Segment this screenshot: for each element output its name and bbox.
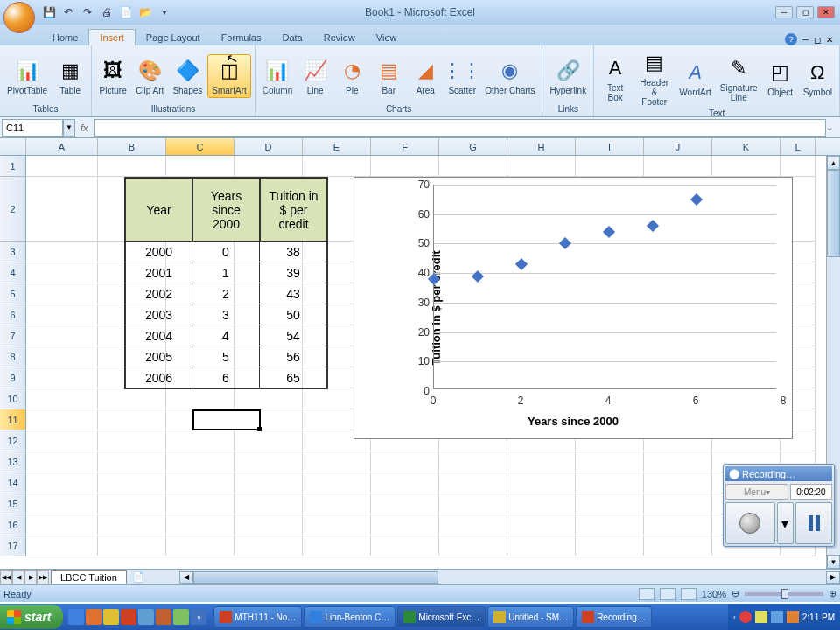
fill-handle[interactable] xyxy=(257,427,262,431)
ql-media-icon[interactable] xyxy=(121,609,136,625)
name-box[interactable]: C11 xyxy=(2,119,63,136)
page-layout-view-button[interactable] xyxy=(660,588,676,600)
doc-restore-icon[interactable]: ◻ xyxy=(814,35,821,45)
cell-K1[interactable] xyxy=(712,156,780,177)
cell-J16[interactable] xyxy=(644,514,712,536)
ql-ie-icon[interactable] xyxy=(68,609,84,625)
tab-home[interactable]: Home xyxy=(42,30,88,46)
zoom-slider[interactable] xyxy=(745,592,823,596)
row-header-5[interactable]: 5 xyxy=(0,284,26,304)
column-header-f[interactable]: F xyxy=(371,138,439,155)
table-header-years-since[interactable]: Years since 2000 xyxy=(192,178,260,242)
cell-F13[interactable] xyxy=(371,452,439,472)
pie-chart-button[interactable]: ◔Pie xyxy=(334,55,369,97)
bar-chart-button[interactable]: ▤Bar xyxy=(371,55,406,97)
cell-A4[interactable] xyxy=(26,262,98,284)
table-cell[interactable]: 4 xyxy=(192,326,260,346)
taskbar-item[interactable]: Untitled - SM… xyxy=(487,606,574,627)
row-header-11[interactable]: 11 xyxy=(0,410,26,430)
cell-D10[interactable] xyxy=(234,388,303,410)
chart-data-point[interactable] xyxy=(603,226,615,238)
cell-A13[interactable] xyxy=(26,452,98,472)
scatter-chart-button[interactable]: ⋮⋮Scatter xyxy=(444,55,480,97)
cell-A9[interactable] xyxy=(26,368,98,388)
cell-L1[interactable] xyxy=(780,156,816,177)
cell-G13[interactable] xyxy=(439,452,508,472)
cell-E13[interactable] xyxy=(303,452,371,472)
chart-data-point[interactable] xyxy=(472,270,484,282)
table-cell[interactable]: 65 xyxy=(260,368,327,388)
cell-B1[interactable] xyxy=(98,156,166,177)
zoom-slider-thumb[interactable] xyxy=(781,589,788,599)
cell-C12[interactable] xyxy=(166,430,234,452)
row-header-4[interactable]: 4 xyxy=(0,262,26,284)
column-header-j[interactable]: J xyxy=(644,138,712,155)
normal-view-button[interactable] xyxy=(639,588,654,600)
object-button[interactable]: ◰Object xyxy=(763,57,798,99)
cell-B16[interactable] xyxy=(98,514,166,536)
table-cell[interactable]: 2003 xyxy=(125,304,192,326)
cell-F17[interactable] xyxy=(371,536,439,556)
area-chart-button[interactable]: ◢Area xyxy=(408,55,443,97)
cell-H13[interactable] xyxy=(508,452,576,472)
cell-J17[interactable] xyxy=(644,536,712,556)
cell-G15[interactable] xyxy=(439,494,508,514)
vertical-scroll-thumb[interactable] xyxy=(827,170,840,257)
cell-G17[interactable] xyxy=(439,536,508,556)
cell-D1[interactable] xyxy=(234,156,303,177)
sheet-nav-prev[interactable]: ◀ xyxy=(12,570,24,584)
cell-F1[interactable] xyxy=(371,156,439,177)
cell-J1[interactable] xyxy=(644,156,712,177)
maximize-button[interactable]: ◻ xyxy=(796,6,814,18)
cell-D14[interactable] xyxy=(234,472,303,494)
tab-page-layout[interactable]: Page Layout xyxy=(136,30,211,46)
tab-review[interactable]: Review xyxy=(313,30,366,46)
recording-pause-button[interactable] xyxy=(795,502,832,544)
ql-app-icon[interactable] xyxy=(156,609,172,625)
cell-C14[interactable] xyxy=(166,472,234,494)
cell-D13[interactable] xyxy=(234,452,303,472)
taskbar-item[interactable]: Recording… xyxy=(576,606,652,627)
open-icon[interactable]: 📂 xyxy=(138,5,152,19)
shapes-button[interactable]: 🔷Shapes xyxy=(169,55,206,97)
table-cell[interactable]: 0 xyxy=(192,242,260,262)
tab-data[interactable]: Data xyxy=(271,30,312,46)
taskbar-item[interactable]: MTH111 - No… xyxy=(214,606,302,627)
cell-H17[interactable] xyxy=(508,536,576,556)
symbol-button[interactable]: ΩSymbol xyxy=(800,57,836,99)
row-header-8[interactable]: 8 xyxy=(0,346,26,368)
cell-A17[interactable] xyxy=(26,536,98,556)
textbox-button[interactable]: AText Box xyxy=(598,52,633,104)
cell-A2[interactable] xyxy=(26,177,98,242)
cell-E14[interactable] xyxy=(303,472,371,494)
cell-H15[interactable] xyxy=(508,494,576,514)
cell-J15[interactable] xyxy=(644,494,712,514)
chart-data-point[interactable] xyxy=(515,258,528,270)
new-icon[interactable]: 📄 xyxy=(119,5,133,19)
cell-H14[interactable] xyxy=(508,472,576,494)
table-cell[interactable]: 2005 xyxy=(125,346,192,368)
sheet-tab-lbcc[interactable]: LBCC Tuition xyxy=(51,570,127,584)
recording-stop-button[interactable] xyxy=(725,502,775,544)
office-button[interactable] xyxy=(4,2,35,33)
table-header-year[interactable]: Year xyxy=(125,178,192,242)
cell-C13[interactable] xyxy=(166,452,234,472)
ql-outlook-icon[interactable] xyxy=(103,609,119,625)
cell-B13[interactable] xyxy=(98,452,166,472)
doc-close-icon[interactable]: ✕ xyxy=(826,35,833,45)
scroll-right-button[interactable]: ▶ xyxy=(826,571,840,584)
sheet-nav-next[interactable]: ▶ xyxy=(24,570,37,584)
line-chart-button[interactable]: 📈Line xyxy=(298,55,332,97)
cell-F14[interactable] xyxy=(371,472,439,494)
cell-J13[interactable] xyxy=(644,452,712,472)
insert-sheet-icon[interactable]: 📄 xyxy=(132,571,144,583)
cell-I17[interactable] xyxy=(576,536,644,556)
cell-B10[interactable] xyxy=(98,388,166,410)
cell-I16[interactable] xyxy=(576,514,644,536)
cell-A11[interactable] xyxy=(26,410,98,430)
cell-A5[interactable] xyxy=(26,284,98,304)
row-header-16[interactable]: 16 xyxy=(0,514,26,536)
cell-A7[interactable] xyxy=(26,326,98,346)
cell-A3[interactable] xyxy=(26,242,98,262)
name-box-dropdown[interactable]: ▼ xyxy=(63,119,75,136)
